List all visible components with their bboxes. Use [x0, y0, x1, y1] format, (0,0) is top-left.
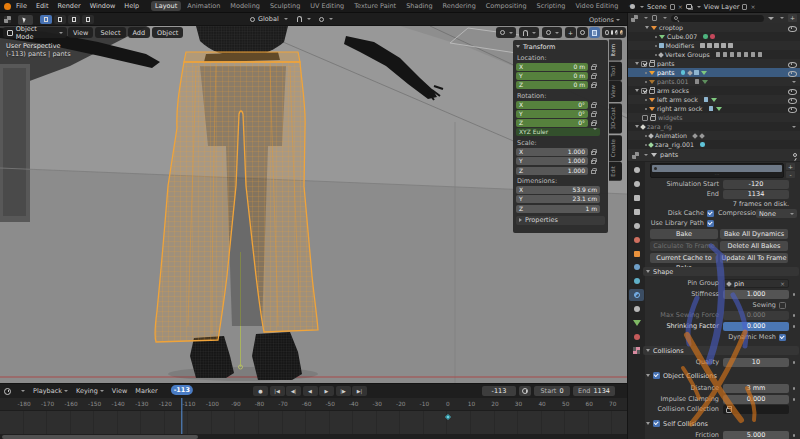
- proportional-edit-icon[interactable]: [319, 17, 324, 22]
- pin-group-field[interactable]: pin ×: [723, 279, 789, 288]
- new-view-layer-icon[interactable]: [742, 4, 747, 10]
- outliner-row-croptop[interactable]: croptop: [628, 23, 800, 32]
- timeline-ruler[interactable]: -180-170-160-150-140-130-120-110-100-90-…: [0, 398, 627, 411]
- animate-dot[interactable]: [793, 325, 796, 328]
- disk-cache-checkbox[interactable]: [707, 210, 714, 217]
- dimensions-z-field[interactable]: Z1 m: [516, 205, 600, 213]
- outliner-row-pants-001[interactable]: pants.001: [628, 77, 800, 86]
- simulation-end-field[interactable]: 1134: [723, 190, 789, 199]
- active-tool-button[interactable]: [18, 15, 33, 25]
- outliner-row-animation[interactable]: Animation: [628, 131, 800, 140]
- expand-icon[interactable]: [635, 89, 639, 92]
- animate-dot[interactable]: [793, 314, 796, 317]
- workspace-tab-sculpting[interactable]: Sculpting: [266, 1, 304, 11]
- location-x-field[interactable]: X0 m: [516, 63, 588, 71]
- sidebar-tab-view[interactable]: View: [609, 81, 622, 102]
- rotation-y-field[interactable]: Y0°: [516, 110, 588, 118]
- editor-type-icon[interactable]: [632, 152, 639, 159]
- use-library-path-checkbox[interactable]: [707, 220, 714, 227]
- panel-expand-icon[interactable]: [516, 45, 520, 48]
- lock-icon[interactable]: [591, 104, 596, 108]
- lock-icon[interactable]: [591, 151, 596, 155]
- properties-tab-object[interactable]: [629, 247, 644, 259]
- current-cache-to-bake-button[interactable]: Current Cache to Bake: [650, 253, 718, 263]
- simulation-start-field[interactable]: -120: [723, 180, 789, 189]
- workspace-tab-animation[interactable]: Animation: [183, 1, 224, 11]
- outliner-row-widgets[interactable]: widgets: [628, 113, 800, 122]
- self-collisions-checkbox[interactable]: [653, 420, 660, 427]
- shape-section-header[interactable]: Shape: [643, 267, 799, 276]
- blender-logo-icon[interactable]: [4, 3, 11, 10]
- visibility-eye-icon[interactable]: [788, 70, 796, 76]
- rotation-x-field[interactable]: X0°: [516, 101, 588, 109]
- animate-dot[interactable]: [793, 387, 796, 390]
- editor-type-icon[interactable]: [631, 15, 638, 22]
- current-frame-badge[interactable]: -113: [171, 385, 193, 395]
- outliner-row-pants[interactable]: pants: [628, 68, 800, 77]
- playhead[interactable]: [181, 398, 182, 434]
- select-mode-intersect-button[interactable]: [82, 15, 94, 24]
- lock-icon[interactable]: [591, 75, 596, 79]
- workspace-tab-shading[interactable]: Shading: [402, 1, 436, 11]
- frame-end-field[interactable]: End1134: [573, 386, 615, 396]
- workspace-tab-compositing[interactable]: Compositing: [482, 1, 531, 11]
- expand-icon[interactable]: [635, 125, 639, 128]
- add-cache-button[interactable]: +: [786, 163, 795, 170]
- visibility-eye-icon[interactable]: [788, 97, 796, 103]
- bake-button[interactable]: Bake: [650, 229, 718, 239]
- shading-mode-buttons[interactable]: [602, 27, 626, 38]
- outliner-row-zara-rig-001[interactable]: zara_rig.001: [628, 140, 800, 149]
- lock-icon[interactable]: [591, 160, 596, 164]
- options-dropdown[interactable]: Options: [589, 16, 620, 24]
- outliner-row-modifiers[interactable]: Modifiers: [628, 41, 800, 50]
- sidebar-tab-edit[interactable]: Edit: [609, 162, 622, 181]
- record-button[interactable]: ●: [253, 386, 268, 396]
- next-keyframe-button[interactable]: |▶: [336, 386, 351, 396]
- lock-icon[interactable]: [591, 122, 596, 126]
- wireframe-shading-icon[interactable]: [605, 30, 609, 35]
- panel-title[interactable]: Transform: [523, 43, 555, 51]
- object-collisions-header[interactable]: Object Collisions: [643, 371, 799, 380]
- properties-tab-texture[interactable]: [629, 345, 644, 357]
- snapping-dropdown[interactable]: [519, 27, 539, 38]
- workspace-tab-layout[interactable]: Layout: [151, 1, 181, 11]
- clear-icon[interactable]: ×: [780, 280, 785, 287]
- view-layer-field[interactable]: View Layer: [704, 3, 740, 11]
- snap-magnet-icon[interactable]: [297, 16, 302, 22]
- bake-all-dynamics-button[interactable]: Bake All Dynamics: [720, 229, 788, 239]
- remove-cache-button[interactable]: -: [786, 171, 795, 178]
- workspace-tab-modeling[interactable]: Modeling: [226, 1, 264, 11]
- menu-help[interactable]: Help: [124, 2, 139, 10]
- dimensions-y-field[interactable]: Y23.1 cm: [516, 195, 600, 203]
- viewport-menu-select[interactable]: Select: [95, 27, 125, 38]
- menu-file[interactable]: File: [16, 2, 27, 10]
- outliner-row-cube-007[interactable]: Cube.007: [628, 32, 800, 41]
- select-mode-set-button[interactable]: [40, 15, 52, 24]
- viewport-menu-view[interactable]: View: [68, 27, 93, 38]
- menu-edit[interactable]: Edit: [36, 2, 49, 10]
- animate-dot[interactable]: [793, 434, 796, 437]
- impulse-clamping-slider[interactable]: 0.000: [723, 395, 789, 404]
- location-y-field[interactable]: Y0 m: [516, 72, 588, 80]
- viewport-3d[interactable]: Object Mode ViewSelectAddObject + User P…: [0, 26, 627, 383]
- scale-z-field[interactable]: Z1.000: [516, 167, 588, 175]
- solid-shading-icon[interactable]: [611, 30, 614, 35]
- visibility-eye-icon[interactable]: [788, 25, 796, 31]
- xray-toggle[interactable]: [589, 27, 600, 38]
- new-scene-icon[interactable]: [670, 4, 675, 10]
- viewport-menu-object[interactable]: Object: [152, 27, 183, 38]
- workspace-tab-uv-editing[interactable]: UV Editing: [306, 1, 348, 11]
- scale-y-field[interactable]: Y1.000: [516, 157, 588, 165]
- current-frame-field[interactable]: -113: [482, 386, 516, 396]
- pin-icon[interactable]: [793, 153, 797, 157]
- outliner-row-arm-socks[interactable]: arm socks: [628, 86, 800, 95]
- outliner-row-pants[interactable]: pants: [628, 59, 800, 68]
- animate-dot[interactable]: [793, 398, 796, 401]
- shrinking-factor-slider[interactable]: 0.000: [723, 322, 789, 331]
- stiffness-slider[interactable]: 1.000: [723, 290, 789, 299]
- dimensions-x-field[interactable]: X53.9 cm: [516, 186, 600, 194]
- quality-slider[interactable]: 10: [723, 358, 789, 367]
- sidebar-tab-item[interactable]: Item: [609, 40, 622, 61]
- animate-dot[interactable]: [793, 293, 796, 296]
- material-shading-icon[interactable]: [615, 30, 618, 35]
